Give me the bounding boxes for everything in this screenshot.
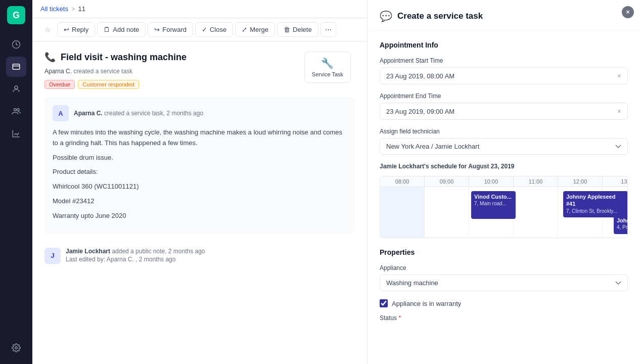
schedule-section: Jamie Lockhart's schedule for August 23,… [380, 163, 628, 238]
delete-button[interactable]: 🗑 Delete [277, 22, 318, 37]
forward-button[interactable]: ↪ Forward [148, 22, 193, 37]
star-button[interactable]: ☆ [40, 23, 55, 37]
properties-title: Properties [380, 248, 628, 256]
forward-icon: ↪ [154, 26, 160, 33]
technician-select[interactable]: New York Area / Jamie Lockhart [380, 138, 628, 155]
start-time-input[interactable]: 23 Aug 2019, 08:00 AM × [380, 67, 628, 84]
right-panel: 💬 Create a service task × Appointment In… [367, 0, 640, 364]
appliance-label: Appliance [380, 264, 628, 271]
sidebar: G [0, 0, 32, 364]
panel-close-button[interactable]: × [622, 6, 634, 18]
svg-point-2 [15, 86, 18, 89]
panel-body: Appointment Info Appointment Start Time … [368, 31, 640, 332]
technician-group: Assign field technician New York Area / … [380, 128, 628, 155]
ticket-body: 📞 Field visit - washing machine Aparna C… [32, 41, 367, 364]
schedule-body: Vinod Custo... 7, Main road... Johnny Ap… [380, 187, 627, 238]
event-johnny-1: Johnny Appleseed #41 7, Clinton St, Broo… [563, 191, 627, 217]
time-col-4 [514, 187, 558, 238]
close-icon: ✓ [202, 26, 207, 33]
svg-point-4 [17, 109, 20, 111]
activity-card: A Aparna C. created a service task, 2 mo… [44, 97, 355, 234]
sidebar-item-reports[interactable] [6, 123, 26, 144]
status-required: * [398, 314, 401, 322]
ticket-title: 📞 Field visit - washing machine [44, 52, 187, 63]
schedule-title: Jamie Lockhart's schedule for August 23,… [380, 163, 628, 170]
end-time-label: Appointment End Time [380, 93, 628, 100]
warranty-label: Appliance is in warranty [392, 300, 461, 307]
time-label-1200: 12:00 [558, 176, 603, 187]
start-time-group: Appointment Start Time 23 Aug 2019, 08:0… [380, 57, 628, 84]
panel-header: 💬 Create a service task × [368, 0, 640, 31]
appointment-section-title: Appointment Info [380, 41, 628, 49]
breadcrumb: All tickets > 11 [40, 5, 85, 13]
end-time-input[interactable]: 23 Aug 2019, 09:00 AM × [380, 103, 628, 120]
warranty-row: Appliance is in warranty [380, 299, 628, 307]
avatar-jamie: J [44, 248, 61, 264]
breadcrumb-sep: > [71, 5, 75, 13]
appliance-group: Appliance Washing machine [380, 264, 628, 291]
merge-button[interactable]: ⤢ Merge [235, 22, 275, 37]
first-activity-text: Aparna C. created a service task, 2 mont… [74, 110, 203, 117]
badges-row: Overdue Customer responded [44, 80, 187, 89]
phone-icon: 📞 [44, 52, 56, 63]
sidebar-item-tickets[interactable] [6, 57, 26, 77]
event-vinod: Vinod Custo... 7, Main road... [471, 191, 516, 219]
sidebar-item-settings[interactable] [6, 338, 26, 358]
note-icon: 🗒 [104, 26, 110, 33]
status-group: Status * [380, 314, 628, 322]
time-label-0900: 09:00 [425, 176, 469, 187]
sidebar-item-team[interactable] [6, 101, 26, 121]
app-logo: G [7, 6, 25, 24]
sidebar-item-contacts[interactable] [6, 79, 26, 99]
avatar-aparna: A [53, 105, 69, 121]
schedule-time-labels: 08:00 09:00 10:00 11:00 12:00 13: [380, 176, 627, 187]
message-body: A few minutes into the washing cycle, th… [53, 127, 347, 221]
end-time-group: Appointment End Time 23 Aug 2019, 09:00 … [380, 93, 628, 120]
svg-rect-1 [13, 64, 20, 70]
service-task-icon: 🔧 [321, 57, 334, 69]
schedule-grid: 08:00 09:00 10:00 11:00 12:00 13: [380, 176, 628, 238]
service-task-panel-icon: 💬 [380, 10, 392, 22]
event-johnny-2: Johnny Appl... 4, Privet Dri... [614, 215, 627, 234]
breadcrumb-count: 11 [78, 5, 85, 13]
overdue-badge: Overdue [44, 80, 75, 89]
customer-responded-badge: Customer responded [78, 80, 139, 89]
reply-button[interactable]: ↩ Reply [57, 22, 95, 37]
reply-icon: ↩ [64, 26, 69, 33]
appliance-select[interactable]: Washing machine [380, 275, 628, 291]
sidebar-item-home[interactable] [6, 34, 26, 55]
action-toolbar: ☆ ↩ Reply 🗒 Add note ↪ Forward ✓ Close ⤢… [32, 18, 367, 41]
time-label-1100: 11:00 [514, 176, 558, 187]
end-time-clear[interactable]: × [617, 107, 621, 115]
warranty-checkbox[interactable] [380, 299, 388, 307]
technician-label: Assign field technician [380, 128, 628, 135]
service-task-button[interactable]: 🔧 Service Task [304, 52, 351, 83]
svg-point-5 [15, 347, 18, 349]
svg-point-3 [14, 109, 17, 111]
time-label-0800: 08:00 [380, 176, 425, 187]
breadcrumb-all-tickets[interactable]: All tickets [40, 5, 68, 13]
time-label-1000: 10:00 [469, 176, 514, 187]
time-label-13: 13: [603, 176, 628, 187]
main-content: All tickets > 11 ☆ ↩ Reply 🗒 Add note ↪ … [32, 0, 367, 364]
properties-section: Properties Appliance Washing machine App… [380, 248, 628, 322]
time-col-2 [425, 187, 469, 238]
close-button[interactable]: ✓ Close [195, 22, 233, 37]
topbar: All tickets > 11 [32, 0, 367, 18]
start-time-clear[interactable]: × [617, 72, 621, 80]
second-activity: J Jamie Lockhart added a public note, 2 … [44, 242, 355, 270]
trash-icon: 🗑 [284, 26, 290, 33]
merge-icon: ⤢ [242, 26, 247, 33]
appointment-highlight [380, 187, 425, 238]
add-note-button[interactable]: 🗒 Add note [97, 22, 146, 37]
start-time-label: Appointment Start Time [380, 57, 628, 64]
ticket-meta: Aparna C. created a service task [44, 68, 187, 75]
more-options-button[interactable]: ⋯ [321, 22, 336, 37]
